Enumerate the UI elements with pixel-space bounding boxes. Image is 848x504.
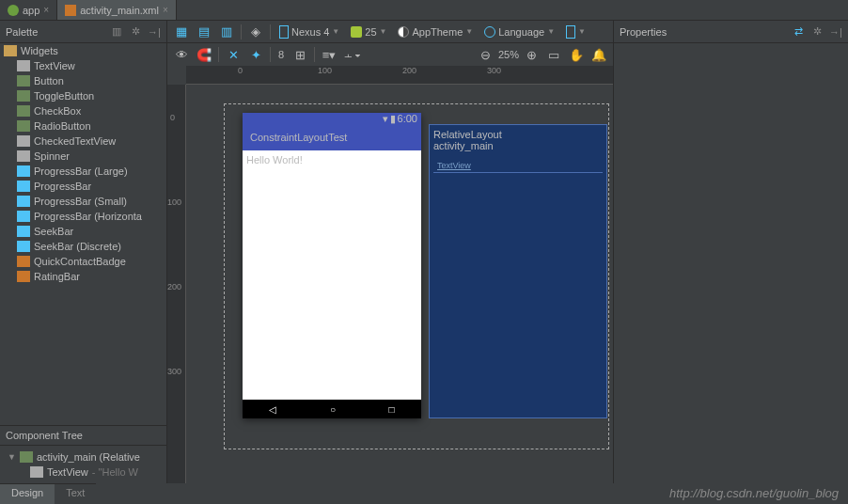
close-icon[interactable]: ×: [43, 5, 49, 15]
collapse-icon[interactable]: →|: [148, 25, 161, 39]
palette-item[interactable]: RatingBar: [0, 269, 166, 284]
palette-item[interactable]: ProgressBar (Horizonta: [0, 209, 166, 224]
phone-icon: [566, 25, 575, 39]
palette-group[interactable]: Widgets: [0, 43, 166, 58]
phone-icon: [279, 25, 289, 39]
clear-constraints-icon[interactable]: ✕: [223, 45, 243, 64]
module-icon: [8, 5, 19, 16]
close-icon[interactable]: ×: [163, 5, 168, 15]
palette-label: SeekBar (Discrete): [34, 241, 121, 252]
device-status-bar: ▾ ▮ 6:00: [243, 113, 421, 124]
clock: 6:00: [398, 113, 417, 124]
zoom-out-icon[interactable]: ⊖: [476, 45, 496, 64]
widget-icon: [17, 60, 30, 71]
widget-icon: [17, 226, 30, 237]
ruler-tick: 300: [487, 66, 501, 75]
ruler-horizontal: 0 100 200 300: [186, 66, 613, 85]
pack-icon[interactable]: ⫠▾: [341, 45, 362, 64]
swap-icon[interactable]: ⇄: [792, 25, 805, 39]
palette-item[interactable]: QuickContactBadge: [0, 254, 166, 269]
warnings-icon[interactable]: 🔔: [589, 45, 609, 64]
palette-item[interactable]: ToggleButton: [0, 88, 166, 103]
widget-icon: [17, 181, 30, 192]
tab-design[interactable]: Design: [0, 484, 55, 504]
expand-icon[interactable]: ▼: [8, 452, 16, 462]
palette-label: SeekBar: [34, 226, 73, 237]
tab-activity-main[interactable]: activity_main.xml ×: [57, 0, 177, 20]
app-title: ConstraintLayoutTest: [250, 132, 347, 143]
api-selector[interactable]: 25 ▼: [346, 23, 391, 41]
widget-icon: [17, 271, 30, 282]
gear-icon[interactable]: ✲: [810, 25, 824, 39]
battery-icon: ▮: [390, 113, 396, 125]
palette-list: Widgets TextViewButtonToggleButtonCheckB…: [0, 43, 166, 425]
design-canvas[interactable]: 0 100 200 300 0 100 200 300 ▾ ▮ 6:00: [167, 66, 613, 483]
device-selector[interactable]: Nexus 4 ▼: [275, 23, 344, 41]
folder-icon: [4, 45, 17, 56]
bp-root-id: activity_main: [433, 140, 603, 151]
blueprint-textview[interactable]: TextView: [433, 159, 603, 173]
magnet-icon[interactable]: 🧲: [194, 45, 214, 64]
tree-suffix: - "Hello W: [92, 466, 138, 478]
margins-icon[interactable]: ⊞: [290, 45, 310, 64]
align-icon[interactable]: ≡▾: [319, 45, 339, 64]
home-icon: ○: [330, 404, 336, 415]
palette-item[interactable]: ProgressBar (Small): [0, 194, 166, 209]
properties-title: Properties: [620, 26, 667, 38]
tab-label: app: [23, 5, 39, 16]
variant-selector[interactable]: ▼: [561, 23, 590, 41]
eye-icon[interactable]: 👁: [171, 45, 192, 64]
zoom-fit-icon[interactable]: ▭: [543, 45, 564, 64]
blueprint-view[interactable]: RelativeLayout activity_main TextView: [429, 124, 607, 418]
palette-item[interactable]: CheckBox: [0, 103, 166, 118]
palette-label: CheckedTextView: [34, 135, 116, 147]
grid-icon[interactable]: ▦: [171, 23, 192, 41]
widget-icon: [17, 211, 30, 222]
palette-title: Palette: [6, 26, 38, 38]
hello-text: Hello World!: [246, 154, 303, 165]
layout-icon: [20, 451, 33, 463]
ruler-vertical: 0 100 200 300: [167, 85, 186, 483]
palette-item[interactable]: SeekBar (Discrete): [0, 239, 166, 254]
tree-label: activity_main (Relative: [37, 451, 140, 463]
ruler-tick: 200: [402, 66, 416, 75]
palette-item[interactable]: SeekBar: [0, 224, 166, 239]
language-selector[interactable]: Language ▼: [479, 23, 559, 41]
pan-icon[interactable]: ✋: [566, 45, 587, 64]
chevron-down-icon: ▼: [332, 27, 339, 36]
palette-item[interactable]: ProgressBar (Large): [0, 164, 166, 179]
tab-text[interactable]: Text: [55, 484, 96, 504]
theme-selector[interactable]: AppTheme ▼: [393, 23, 478, 41]
both-icon[interactable]: ▥: [216, 23, 237, 41]
device-preview[interactable]: ▾ ▮ 6:00 ConstraintLayoutTest Hello Worl…: [243, 113, 421, 418]
zoom-in-icon[interactable]: ⊕: [521, 45, 542, 64]
component-tree-title: Component Tree: [6, 430, 83, 441]
android-icon: [351, 26, 362, 38]
bottom-tabs: Design Text: [0, 483, 96, 504]
design-toolbar: 👁 🧲 ✕ ✦ 8 ⊞ ≡▾ ⫠▾ ⊖ 25% ⊕ ▭ ✋ 🔔: [167, 43, 613, 66]
gear-icon[interactable]: ✲: [129, 25, 142, 39]
watermark: http://blog.csdn.net/guolin_blog: [669, 486, 839, 500]
palette-item[interactable]: RadioButton: [0, 118, 166, 134]
device-body[interactable]: Hello World!: [243, 150, 421, 400]
ruler-tick: 0: [170, 113, 175, 122]
palette-item[interactable]: Button: [0, 73, 166, 88]
palette-item[interactable]: Spinner: [0, 149, 166, 164]
tree-child[interactable]: TextView - "Hello W: [4, 465, 163, 480]
palette-label: RatingBar: [34, 271, 80, 282]
component-tree-header: Component Tree: [0, 426, 166, 446]
tree-root[interactable]: ▼ activity_main (Relative: [4, 449, 163, 465]
widget-icon: [17, 135, 30, 147]
palette-item[interactable]: ProgressBar: [0, 179, 166, 194]
infer-constraints-icon[interactable]: ✦: [245, 45, 266, 64]
palette-item[interactable]: TextView: [0, 58, 166, 73]
palette-item[interactable]: CheckedTextView: [0, 134, 166, 149]
orientation-icon[interactable]: ◈: [245, 23, 266, 41]
textview-icon: [30, 466, 43, 478]
blueprint-icon[interactable]: ▤: [194, 23, 214, 41]
collapse-icon[interactable]: →|: [829, 25, 842, 39]
tab-app[interactable]: app ×: [0, 0, 57, 20]
view-mode-icon[interactable]: ▥: [110, 25, 123, 39]
device-label: Nexus 4: [291, 26, 329, 38]
widget-icon: [17, 105, 30, 117]
